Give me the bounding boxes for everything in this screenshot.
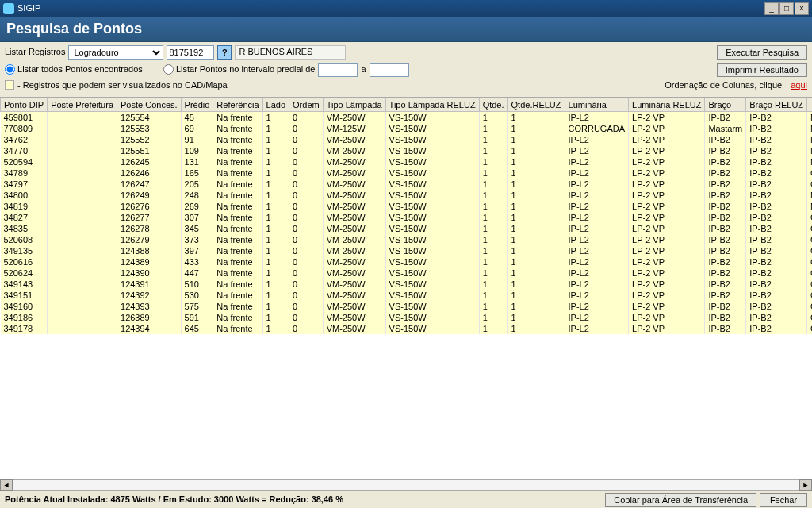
app-icon <box>3 3 14 14</box>
column-header[interactable]: Braço RELUZ <box>746 98 807 111</box>
codigo-input[interactable] <box>167 45 214 60</box>
legenda-text: - Registros que podem ser visualizados n… <box>17 80 228 90</box>
copiar-button[interactable]: Copiar para Área de Transferência <box>605 493 756 507</box>
intervalo-ate-input[interactable] <box>370 63 409 77</box>
maximize-button[interactable]: □ <box>779 2 794 15</box>
table-row[interactable]: 34819126276269Na frente10VM-250WVS-150W1… <box>1 201 813 212</box>
table-row[interactable]: 77080912555369Na frente10VM-125WVS-150W1… <box>1 123 813 134</box>
table-row[interactable]: 34800126249248Na frente10VM-250WVS-150W1… <box>1 190 813 201</box>
executar-button[interactable]: Executar Pesquisa <box>717 45 807 60</box>
page-title: Pesquisa de Pontos <box>6 21 142 37</box>
table-row[interactable]: 520624124390447Na frente10VM-250WVS-150W… <box>1 267 813 279</box>
titlebar: SIGIP _ □ × <box>0 0 812 17</box>
column-header[interactable]: Prédio <box>181 98 213 111</box>
column-header[interactable]: Ordem <box>289 98 324 111</box>
column-header[interactable]: Braço <box>705 98 746 111</box>
column-header[interactable]: Qtde.RELUZ <box>508 98 565 111</box>
column-header[interactable]: Qtde. <box>479 98 508 111</box>
table-row[interactable]: 520616124389433Na frente10VM-250WVS-150W… <box>1 256 813 267</box>
imprimir-button[interactable]: Imprimir Resultado <box>717 63 807 77</box>
intervalo-de-input[interactable] <box>318 63 358 77</box>
table-row[interactable]: 349186126389591Na frente10VM-250WVS-150W… <box>1 312 813 323</box>
radio-todos[interactable]: Listar todos Pontos encontrados <box>5 64 143 75</box>
column-header[interactable]: Tipo Poste <box>807 98 812 111</box>
help-icon[interactable]: ? <box>217 45 232 60</box>
toolbar: Listar Registros Logradouro ? R BUENOS A… <box>0 42 812 97</box>
column-header[interactable]: Tipo Lâmpada <box>323 98 385 111</box>
page-header: Pesquisa de Pontos <box>0 17 812 42</box>
column-header[interactable]: Poste Conces. <box>117 98 182 111</box>
column-header[interactable]: Ponto DIP <box>1 98 48 111</box>
scroll-right-icon[interactable]: ► <box>799 479 812 491</box>
table-row[interactable]: 34789126246165Na frente10VM-250WVS-150W1… <box>1 167 813 179</box>
column-header[interactable]: Poste Prefeitura <box>48 98 117 111</box>
column-header[interactable]: Luminária <box>565 98 629 111</box>
table-row[interactable]: 349160124393575Na frente10VM-250WVS-150W… <box>1 301 813 312</box>
descricao-field: R BUENOS AIRES <box>235 45 346 60</box>
table-row[interactable]: 34770125551109Na frente10VM-250WVS-150W1… <box>1 145 813 156</box>
fechar-button[interactable]: Fechar <box>760 493 807 507</box>
table-row[interactable]: 34827126277307Na frente10VM-250WVS-150W1… <box>1 212 813 223</box>
ordenacao-link[interactable]: aqui <box>791 80 807 90</box>
minimize-button[interactable]: _ <box>764 2 779 15</box>
scroll-left-icon[interactable]: ◄ <box>0 479 13 491</box>
table-row[interactable]: 3476212555291Na frente10VM-250WVS-150W11… <box>1 134 813 145</box>
grid[interactable]: Ponto DIPPoste PrefeituraPoste Conces.Pr… <box>0 97 812 479</box>
table-row[interactable]: 34835126278345Na frente10VM-250WVS-150W1… <box>1 223 813 234</box>
listar-label: Listar Registros <box>5 47 65 57</box>
window-title: SIGIP <box>17 3 40 13</box>
potencia-status: Potência Atual Instalada: 4875 Watts / E… <box>5 495 343 505</box>
table-row[interactable]: 45980112555445Na frente10VM-250WVS-150W1… <box>1 111 813 123</box>
legenda-swatch <box>5 80 14 90</box>
table-row[interactable]: 349178124394645Na frente10VM-250WVS-150W… <box>1 323 813 334</box>
table-row[interactable]: 520608126279373Na frente10VM-250WVS-150W… <box>1 234 813 245</box>
table-row[interactable]: 349135124388397Na frente10VM-250WVS-150W… <box>1 245 813 256</box>
table-row[interactable]: 520594126245131Na frente10VM-250WVS-150W… <box>1 156 813 167</box>
column-header[interactable]: Referência <box>213 98 262 111</box>
column-header[interactable]: Tipo Lâmpada RELUZ <box>385 98 479 111</box>
ordenacao-text: Ordenação de Colunas, clique <box>665 80 782 90</box>
column-header[interactable]: Luminária RELUZ <box>629 98 705 111</box>
tipo-select[interactable]: Logradouro <box>68 45 163 60</box>
table-row[interactable]: 349151124392530Na frente10VM-250WVS-150W… <box>1 290 813 301</box>
column-header[interactable]: Lado <box>262 98 289 111</box>
radio-intervalo[interactable]: Listar Pontos no intervalo predial de <box>163 64 316 75</box>
close-button[interactable]: × <box>795 2 809 15</box>
table-row[interactable]: 34797126247205Na frente10VM-250WVS-150W1… <box>1 179 813 190</box>
table-row[interactable]: 349143124391510Na frente10VM-250WVS-150W… <box>1 279 813 290</box>
h-scrollbar[interactable]: ◄ ► <box>0 479 812 491</box>
